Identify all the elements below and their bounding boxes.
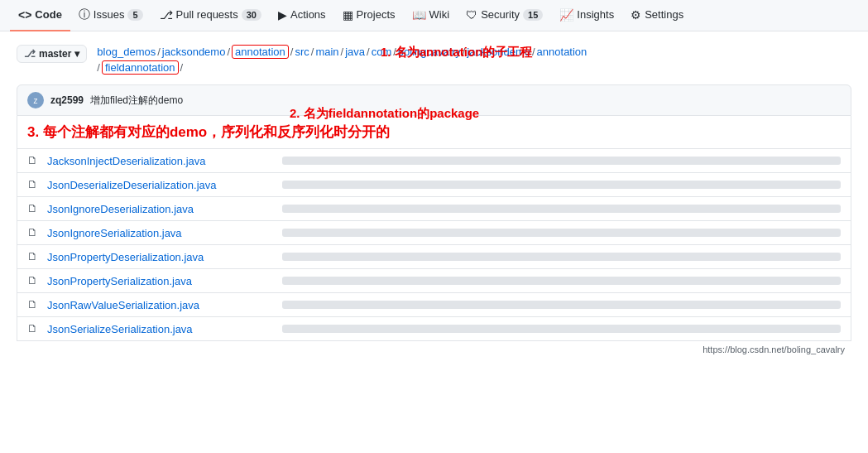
file-name[interactable]: JsonIgnoreSerialization.java [47,227,262,239]
annotation-label-1: 1. 名为annotation的子工程 [381,45,532,60]
nav-insights[interactable]: 📈 Insights [551,0,622,31]
table-row[interactable]: 🗋JsonIgnoreDeserialization.java [17,196,851,220]
nav-projects-label: Projects [357,8,396,21]
file-description [282,181,841,189]
branch-selector[interactable]: ⎇ master ▾ [17,45,87,63]
file-icon: 🗋 [27,322,41,335]
sep-2: / [227,46,230,58]
sep-6: / [367,46,370,58]
sep-11: / [180,61,184,74]
table-row[interactable]: 🗋JsonDeserializeDeserialization.java [17,172,851,196]
breadcrumb-main[interactable]: main [315,46,338,58]
file-description [282,253,841,261]
security-badge: 15 [523,9,543,21]
nav-wiki[interactable]: 📖 Wiki [404,0,458,31]
nav-settings-label: Settings [645,8,683,21]
insights-icon: 📈 [559,8,573,22]
nav-code[interactable]: <> Code [10,0,70,31]
nav-insights-label: Insights [577,8,614,21]
file-description [282,229,841,237]
file-description [282,325,841,333]
table-row[interactable]: 🗋JsonRawValueSerialization.java [17,292,851,316]
code-icon: <> [18,8,31,22]
table-row[interactable]: 🗋JsonPropertySerialization.java [17,268,851,292]
watermark-text: https://blog.csdn.net/boling_cavalry [703,345,845,354]
nav-issues[interactable]: ⓘ Issues 5 [70,0,151,31]
top-nav: <> Code ⓘ Issues 5 ⎇ Pull requests 30 ▶ … [0,0,868,31]
avatar-initial: z [34,96,38,105]
settings-icon: ⚙ [631,8,641,22]
file-name[interactable]: JsonRawValueSerialization.java [47,299,262,311]
file-icon: 🗋 [27,202,41,215]
table-row[interactable]: 🗋JsonPropertyDeserialization.java [17,244,851,268]
nav-pr-label: Pull requests [176,8,238,21]
file-description [282,301,841,309]
file-description [282,157,841,165]
main-content: 1. 名为annotation的子工程 ⎇ master ▾ blog_demo… [0,31,868,368]
projects-icon: ▦ [343,8,353,22]
file-icon: 🗋 [27,298,41,311]
file-name[interactable]: JsonIgnoreDeserialization.java [47,203,262,215]
breadcrumb-annotation2[interactable]: annotation [537,46,587,58]
chevron-down-icon: ▾ [74,48,79,60]
file-icon: 🗋 [27,274,41,287]
nav-settings[interactable]: ⚙ Settings [622,0,692,31]
file-name[interactable]: JacksonInjectDeserialization.java [47,155,262,167]
sep-4: / [311,46,314,58]
file-icon: 🗋 [27,250,41,263]
nav-pull-requests[interactable]: ⎇ Pull requests 30 [151,0,270,31]
breadcrumb-annotation-highlighted[interactable]: annotation [232,45,289,59]
nav-security[interactable]: 🛡 Security 15 [458,0,551,31]
file-icon: 🗋 [27,154,41,167]
security-icon: 🛡 [466,8,477,22]
issues-badge: 5 [127,9,142,21]
breadcrumb-blog-demos[interactable]: blog_demos [97,46,156,58]
file-icon: 🗋 [27,178,41,191]
nav-wiki-label: Wiki [429,8,450,21]
file-name[interactable]: JsonSerializeSerialization.java [47,323,262,335]
nav-actions[interactable]: ▶ Actions [270,0,334,31]
file-description [282,277,841,285]
file-name[interactable]: JsonPropertySerialization.java [47,275,262,287]
watermark: https://blog.csdn.net/boling_cavalry [17,345,851,354]
commit-message: 增加filed注解的demo [90,94,183,108]
breadcrumb-java[interactable]: java [345,46,365,58]
file-name[interactable]: JsonDeserializeDeserialization.java [47,179,262,191]
sep-5: / [341,46,344,58]
commit-author[interactable]: zq2599 [50,94,84,106]
issues-icon: ⓘ [79,7,90,22]
annotation-label-2: 2. 名为fieldannotation的package [290,106,479,122]
branch-icon: ⎇ [24,48,36,60]
wiki-icon: 📖 [412,8,426,22]
actions-icon: ▶ [278,8,287,22]
table-row[interactable]: 🗋JsonSerializeSerialization.java [17,316,851,340]
sep-9: / [532,46,535,58]
breadcrumb-fieldannotation-highlighted[interactable]: fieldannotation [102,60,179,75]
file-description [282,205,841,213]
table-row[interactable]: 🗋JsonIgnoreSerialization.java [17,220,851,244]
file-icon: 🗋 [27,226,41,239]
sep-10: / [97,61,100,74]
breadcrumb-jacksondemo[interactable]: jacksondemo [162,46,226,58]
sep-3: / [290,46,294,58]
nav-projects[interactable]: ▦ Projects [334,0,404,31]
breadcrumb-src[interactable]: src [295,46,309,58]
file-table: 🗋JacksonInjectDeserialization.java🗋JsonD… [17,148,851,341]
breadcrumb-row-2: / fieldannotation / [97,60,587,75]
sep-1: / [157,46,161,58]
table-row[interactable]: 🗋JacksonInjectDeserialization.java [17,149,851,172]
branch-name: master [39,48,71,60]
nav-actions-label: Actions [290,8,326,21]
nav-code-label: Code [35,8,62,21]
avatar: z [27,92,44,108]
pr-icon: ⎇ [160,8,173,22]
pr-badge: 30 [242,9,261,21]
nav-issues-label: Issues [94,8,125,21]
nav-security-label: Security [481,8,520,21]
file-name[interactable]: JsonPropertyDeserialization.java [47,251,262,263]
